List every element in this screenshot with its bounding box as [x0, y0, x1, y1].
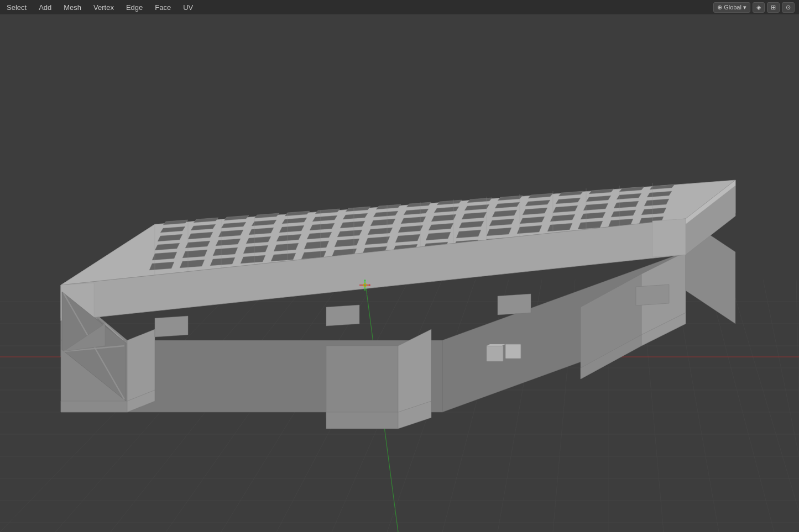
svg-marker-183: [61, 401, 127, 412]
top-menu-bar: Select Add Mesh Vertex Edge Face UV: [0, 0, 799, 14]
3d-viewport[interactable]: [0, 14, 799, 532]
snap-toggle[interactable]: ⊞: [767, 2, 780, 13]
menu-vertex[interactable]: Vertex: [91, 2, 116, 13]
svg-rect-190: [505, 344, 521, 359]
menu-uv[interactable]: UV: [181, 2, 195, 13]
pivot-point[interactable]: ◈: [753, 2, 765, 13]
menu-edge[interactable]: Edge: [124, 2, 145, 13]
menu-add[interactable]: Add: [36, 2, 54, 13]
svg-marker-187: [326, 412, 398, 429]
svg-marker-191: [487, 344, 505, 346]
svg-rect-189: [487, 346, 503, 361]
menu-mesh[interactable]: Mesh: [61, 2, 83, 13]
svg-marker-182: [636, 285, 669, 305]
svg-marker-180: [326, 305, 359, 326]
transform-orientation[interactable]: ⊕ Global ▾: [713, 2, 750, 13]
proportional-edit[interactable]: ⊙: [782, 2, 795, 13]
header-controls: ⊕ Global ▾ ◈ ⊞ ⊙: [713, 0, 799, 14]
menu-face[interactable]: Face: [153, 2, 173, 13]
svg-marker-179: [155, 316, 188, 337]
svg-marker-46: [326, 346, 398, 418]
svg-marker-177: [652, 219, 686, 257]
svg-marker-181: [498, 294, 531, 315]
viewport-grid: [0, 14, 799, 532]
menu-select[interactable]: Select: [4, 2, 29, 13]
